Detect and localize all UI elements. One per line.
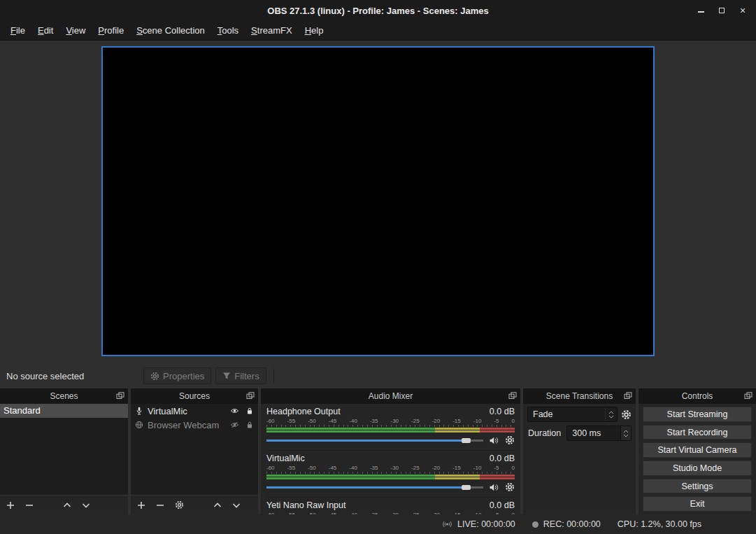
- add-scene-button[interactable]: [6, 501, 15, 510]
- scene-transitions-panel-header: Scene Transitions: [523, 388, 636, 404]
- tick-label: -10: [473, 465, 482, 471]
- preview-canvas[interactable]: [101, 46, 655, 356]
- settings-button[interactable]: Settings: [643, 479, 752, 494]
- lock-icon[interactable]: [245, 421, 254, 429]
- audio-mixer-panel: Audio Mixer Headphone Output 0.0 dB -60-…: [261, 388, 520, 514]
- studio-mode-button[interactable]: Studio Mode: [643, 461, 752, 476]
- speaker-icon[interactable]: [489, 436, 499, 445]
- slider-handle[interactable]: [462, 485, 471, 490]
- start-virtual-camera-button[interactable]: Start Virtual Camera: [643, 442, 752, 458]
- combo-arrows-icon: [605, 407, 617, 421]
- source-move-down-button[interactable]: [232, 501, 241, 510]
- scenes-panel: Scenes Standard: [0, 388, 128, 514]
- controls-body: Start Streaming Start Recording Start Vi…: [639, 404, 756, 514]
- menu-help[interactable]: Help: [299, 22, 330, 39]
- filters-label: Filters: [234, 371, 259, 381]
- controls-panel: Controls Start Streaming Start Recording…: [639, 388, 756, 514]
- mixer-strip-headphone-output: Headphone Output 0.0 dB -60-55-50-45-40-…: [266, 406, 515, 447]
- slider-handle[interactable]: [462, 438, 471, 443]
- minimize-button[interactable]: [690, 0, 711, 21]
- speaker-icon[interactable]: [489, 483, 499, 492]
- lock-icon[interactable]: [245, 407, 254, 415]
- globe-icon: [135, 421, 143, 429]
- remove-scene-button[interactable]: [25, 501, 34, 510]
- slider-fill: [266, 486, 466, 489]
- tick-label: -45: [329, 465, 337, 471]
- remove-source-button[interactable]: [156, 501, 164, 510]
- source-move-up-button[interactable]: [213, 501, 222, 510]
- tick-label: -5: [494, 465, 499, 471]
- volume-meter: [266, 475, 515, 479]
- menu-streamfx[interactable]: StreamFX: [245, 22, 299, 39]
- start-streaming-button[interactable]: Start Streaming: [643, 407, 752, 422]
- dock-toggle-icon[interactable]: [744, 392, 753, 400]
- toolbar-separator: [273, 369, 274, 383]
- obs-window: OBS 27.1.3 (linux) - Profile: James - Sc…: [0, 0, 756, 534]
- scene-item-standard[interactable]: Standard: [0, 404, 128, 418]
- volume-slider[interactable]: [266, 482, 483, 492]
- maximize-button[interactable]: [711, 0, 732, 21]
- dock-toggle-icon[interactable]: [116, 392, 124, 400]
- gear-icon: [150, 372, 159, 381]
- dock-toggle-icon[interactable]: [246, 392, 255, 400]
- tick-label: -45: [329, 418, 337, 424]
- source-name: VirtualMic: [148, 406, 187, 416]
- mixer-name: Yeti Nano Raw Input: [266, 500, 346, 510]
- gear-icon[interactable]: [505, 482, 515, 492]
- dock-toggle-icon[interactable]: [624, 392, 632, 400]
- menu-view[interactable]: View: [59, 22, 92, 39]
- tick-label: -50: [308, 418, 316, 424]
- volume-slider[interactable]: [266, 435, 483, 445]
- source-row-browser-webcam[interactable]: Browser Webcam: [131, 418, 258, 432]
- scene-move-down-button[interactable]: [82, 501, 90, 510]
- sources-panel-title: Sources: [179, 391, 210, 401]
- scene-move-up-button[interactable]: [63, 501, 71, 510]
- filters-button[interactable]: Filters: [215, 367, 266, 384]
- tick-label: -60: [266, 465, 275, 471]
- menu-profile[interactable]: Profile: [92, 22, 130, 39]
- tick-label: -60: [266, 418, 275, 424]
- duration-increment-button[interactable]: [623, 430, 629, 433]
- minimize-icon: [698, 11, 704, 13]
- add-source-button[interactable]: [137, 501, 145, 510]
- scene-transitions-panel-title: Scene Transitions: [546, 391, 613, 401]
- duration-decrement-button[interactable]: [623, 434, 629, 437]
- properties-button[interactable]: Properties: [143, 367, 211, 384]
- source-name: Browser Webcam: [148, 420, 219, 430]
- scenes-list: Standard: [0, 404, 128, 495]
- tick-label: -10: [473, 418, 482, 424]
- transition-select[interactable]: Fade: [527, 407, 618, 422]
- transition-properties-gear-icon[interactable]: [621, 409, 632, 420]
- mixer-volume-db: 0.0 dB: [490, 500, 515, 510]
- tick-label: 0: [512, 465, 515, 471]
- sources-list: VirtualMic Browser Webcam: [131, 404, 258, 495]
- close-button[interactable]: ×: [732, 0, 753, 21]
- gear-icon[interactable]: [505, 435, 515, 445]
- start-recording-button[interactable]: Start Recording: [643, 425, 752, 440]
- source-toolbar: No source selected Properties Filters: [0, 366, 756, 386]
- tick-label: -5: [494, 418, 499, 424]
- record-dot-icon: [532, 521, 539, 528]
- sources-panel-header: Sources: [131, 388, 258, 404]
- eye-slash-icon[interactable]: [230, 421, 239, 429]
- menu-edit[interactable]: Edit: [31, 22, 59, 39]
- scene-transitions-body: Fade Duration 300 ms: [523, 404, 636, 514]
- exit-button[interactable]: Exit: [643, 496, 752, 512]
- properties-label: Properties: [163, 371, 204, 381]
- menu-file[interactable]: File: [4, 22, 31, 39]
- source-row-virtualmic[interactable]: VirtualMic: [131, 404, 258, 418]
- status-bar: LIVE: 00:00:00 REC: 00:00:00 CPU: 1.2%, …: [0, 514, 756, 534]
- audio-mixer-body: Headphone Output 0.0 dB -60-55-50-45-40-…: [261, 404, 520, 514]
- menu-tools[interactable]: Tools: [211, 22, 245, 39]
- source-properties-button[interactable]: [175, 500, 184, 510]
- tick-label: -15: [452, 418, 461, 424]
- controls-panel-header: Controls: [639, 388, 756, 404]
- eye-icon[interactable]: [230, 407, 239, 415]
- audio-mixer-panel-header: Audio Mixer: [261, 388, 520, 404]
- tick-label: -35: [370, 418, 378, 424]
- tick-label: -55: [287, 465, 296, 471]
- meter-scale: -60-55-50-45-40-35-30-25-20-15-10-50: [266, 418, 515, 424]
- menu-scene-collection[interactable]: Scene Collection: [130, 22, 211, 39]
- duration-spinbox[interactable]: 300 ms: [566, 426, 632, 441]
- dock-toggle-icon[interactable]: [508, 392, 517, 400]
